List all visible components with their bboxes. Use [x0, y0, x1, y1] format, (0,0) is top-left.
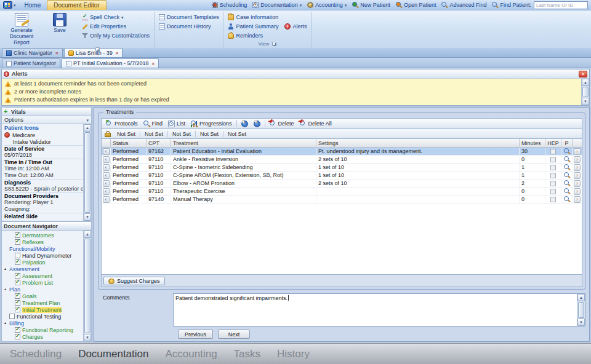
- save-button[interactable]: Save: [42, 12, 78, 35]
- treatment-row[interactable]: ‹ Performed 97110 C-Spine AROM (Flexion,…: [102, 172, 582, 180]
- close-button[interactable]: ×: [579, 71, 587, 77]
- vitals-options-dropdown[interactable]: Options ▾: [1, 116, 92, 124]
- alert-item[interactable]: 2 or more incomplete notes: [3, 87, 580, 95]
- tree-checkbox[interactable]: [15, 273, 20, 279]
- toolbar-button[interactable]: Protocols: [103, 120, 140, 128]
- tree-item[interactable]: Initial Treatment: [2, 306, 83, 313]
- reminders-button[interactable]: Reminders: [226, 32, 280, 39]
- row-expand-button[interactable]: ›: [574, 196, 581, 203]
- comments-text[interactable]: Patient demonstrated significant impairm…: [174, 294, 577, 326]
- hep-checkbox[interactable]: [550, 165, 556, 170]
- scroll-down-icon[interactable]: ▼: [84, 334, 91, 341]
- row-collapse-button[interactable]: ‹: [103, 156, 110, 163]
- scrollbar-thumb[interactable]: [84, 132, 90, 213]
- tree-checkbox[interactable]: [15, 300, 20, 306]
- quick-link[interactable]: Advanced Find: [441, 2, 486, 8]
- document-history-button[interactable]: Document History: [157, 23, 220, 30]
- row-expand-button[interactable]: ›: [574, 148, 581, 155]
- alert-item[interactable]: at least 1 document reminder has not bee…: [3, 79, 580, 87]
- dialog-launcher-icon[interactable]: [95, 47, 100, 52]
- toolbar-button[interactable]: Progressions: [188, 120, 235, 128]
- patient-icon-item[interactable]: Intake Validator: [4, 138, 83, 145]
- ribbon-tab[interactable]: Home: [18, 0, 47, 10]
- hep-checkbox[interactable]: [550, 157, 556, 162]
- treatment-row[interactable]: ‹ Performed 97110 C-Spine - Isometric Si…: [102, 164, 582, 172]
- row-collapse-button[interactable]: ‹: [103, 188, 110, 195]
- tree-checkbox[interactable]: [15, 239, 20, 245]
- scrollbar-thumb[interactable]: [582, 87, 589, 97]
- patient-icon-item[interactable]: Medicare: [4, 132, 83, 138]
- quick-link[interactable]: New Patient: [352, 2, 390, 8]
- tree-item[interactable]: ▲ Billing: [2, 320, 83, 326]
- tree-checkbox[interactable]: [15, 307, 20, 312]
- document-navigator-header[interactable]: Document Navigator: [1, 221, 92, 231]
- column-header-p[interactable]: P: [561, 139, 573, 148]
- tree-item[interactable]: Problem List: [2, 279, 83, 286]
- row-expand-button[interactable]: ›: [574, 172, 581, 179]
- generate-document-report-button[interactable]: Generate Document Report: [4, 12, 39, 47]
- workspace-tab[interactable]: Lisa Smith - 39 ×: [64, 48, 123, 57]
- tree-item[interactable]: Dermatomes: [2, 232, 83, 239]
- tree-checkbox[interactable]: [15, 280, 20, 285]
- magnifier-icon[interactable]: [564, 156, 570, 162]
- tree-item[interactable]: Palpation: [2, 259, 83, 266]
- document-tab[interactable]: Patient Navigator: [2, 58, 60, 68]
- treatment-row[interactable]: ‹ Performed 97110 Therapeutic Exercise 0…: [102, 188, 582, 196]
- quick-link[interactable]: Accounting ▾: [307, 2, 347, 8]
- tree-item[interactable]: Reflexes: [2, 239, 83, 245]
- bottom-nav-item[interactable]: Scheduling: [10, 348, 62, 360]
- find-patient-input[interactable]: [534, 1, 588, 9]
- tree-expander-icon[interactable]: ▲: [4, 267, 7, 271]
- edit-properties-button[interactable]: Edit Properties: [80, 23, 151, 30]
- not-set-button[interactable]: Not Set: [167, 131, 195, 137]
- tree-expander-icon[interactable]: ▲: [4, 288, 7, 291]
- quick-link[interactable]: 12 Scheduling: [212, 2, 247, 8]
- tree-item[interactable]: Assessment: [2, 272, 83, 279]
- column-header-treatment[interactable]: Treatment: [171, 139, 316, 148]
- column-header-minutes[interactable]: Minutes: [520, 139, 545, 148]
- row-collapse-button[interactable]: ‹: [103, 164, 110, 171]
- tree-checkbox[interactable]: [15, 259, 20, 265]
- close-icon[interactable]: ×: [116, 50, 119, 56]
- column-header-hep[interactable]: HEP: [545, 139, 561, 148]
- row-expand-button[interactable]: ›: [574, 188, 581, 195]
- close-icon[interactable]: ×: [55, 50, 58, 56]
- magnifier-icon[interactable]: [564, 188, 570, 194]
- treatment-row[interactable]: ‹ Performed 97162 Patient Education - In…: [102, 148, 582, 156]
- comments-textarea[interactable]: Patient demonstrated significant impairm…: [173, 293, 585, 326]
- row-expand-button[interactable]: ›: [574, 164, 581, 171]
- toolbar-button[interactable]: [251, 120, 263, 128]
- alert-item[interactable]: Patient's authorization expires in less …: [3, 95, 580, 103]
- quick-link[interactable]: Open Patient: [396, 2, 436, 8]
- scroll-up-icon[interactable]: ▲: [84, 124, 91, 132]
- hep-checkbox[interactable]: [550, 197, 556, 202]
- close-icon[interactable]: ×: [151, 61, 155, 66]
- tree-item[interactable]: Functional Reporting: [2, 326, 83, 333]
- hep-checkbox[interactable]: [550, 189, 556, 194]
- alerts-scrollbar[interactable]: ▲ ▼: [581, 79, 589, 105]
- tree-item[interactable]: Treatment Plan: [2, 299, 83, 306]
- suggest-charges-button[interactable]: Suggest Charges: [103, 277, 165, 285]
- tree-item[interactable]: ▲ Assessment: [2, 266, 83, 272]
- tree-expander-icon[interactable]: ▲: [4, 322, 7, 325]
- tree-item[interactable]: Goals: [2, 293, 83, 299]
- magnifier-icon[interactable]: [564, 172, 570, 178]
- scroll-down-icon[interactable]: ▼: [84, 213, 91, 221]
- treatment-row[interactable]: ‹ Performed 97110 Ankle - Resistive Inve…: [102, 156, 582, 164]
- quick-link[interactable]: Documentation ▾: [252, 2, 302, 8]
- tree-item[interactable]: ▲ Plan: [2, 286, 83, 293]
- next-button[interactable]: Next: [218, 330, 250, 339]
- tree-item[interactable]: Charges: [2, 333, 83, 340]
- scroll-up-icon[interactable]: ▲: [582, 79, 589, 86]
- magnifier-icon[interactable]: [564, 196, 570, 202]
- tree-checkbox[interactable]: [15, 253, 20, 258]
- vitals-header[interactable]: + Vitals: [1, 107, 92, 116]
- bottom-nav-item[interactable]: History: [277, 348, 310, 360]
- spell-check-button[interactable]: Spell Check ▾: [80, 14, 151, 21]
- not-set-button[interactable]: Not Set: [113, 131, 140, 137]
- treatment-row[interactable]: ‹ Performed 97140 Manual Therapy 0 ›: [102, 196, 582, 204]
- treatment-row[interactable]: ‹ Performed 97110 Elbow - AROM Pronation…: [102, 180, 582, 188]
- hep-checkbox[interactable]: [550, 181, 556, 186]
- column-header-settings[interactable]: Settings: [316, 139, 520, 148]
- vitals-scrollbar[interactable]: ▲ ▼: [83, 124, 91, 221]
